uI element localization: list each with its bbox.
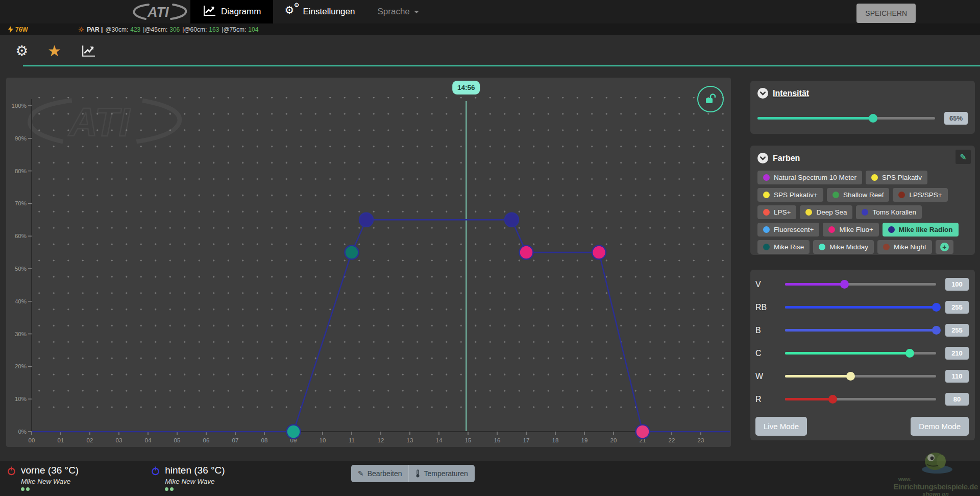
tab-diagramm[interactable]: Diagramm <box>190 0 273 23</box>
color-preset-button[interactable]: Natural Spectrum 10 Meter <box>757 171 862 184</box>
svg-text:60%: 60% <box>15 233 27 239</box>
lamp-program: Mike New Wave <box>21 478 79 485</box>
gears-icon: ⚙⚙ <box>285 6 298 18</box>
svg-text:20: 20 <box>610 437 617 443</box>
color-preset-button[interactable]: Shallow Reef <box>827 188 890 202</box>
preset-label: LPS/SPS+ <box>909 191 942 199</box>
status-dots <box>21 487 79 491</box>
lamp-status[interactable]: vorne (36 °C) Mike New Wave <box>7 465 79 491</box>
temperatures-button[interactable]: Temperaturen <box>408 465 474 482</box>
channel-value: 80 <box>945 393 969 406</box>
preset-label: Mike Night <box>894 243 926 251</box>
channel-slider-row: R 80 <box>750 388 975 411</box>
schedule-point[interactable] <box>636 425 650 439</box>
colors-title: Farben <box>773 154 800 163</box>
schedule-point[interactable] <box>592 246 606 259</box>
channel-slider-row: C 210 <box>750 342 975 365</box>
lamp-status[interactable]: hinten (36 °C) Mike New Wave <box>151 465 225 491</box>
color-preset-button[interactable]: LPS/SPS+ <box>893 188 947 202</box>
tab-label: Diagramm <box>221 7 261 17</box>
svg-text:17: 17 <box>523 437 530 443</box>
channel-slider-row: B 255 <box>750 319 975 342</box>
preset-label: SPS Plakativ+ <box>774 191 818 199</box>
lightning-icon <box>8 26 13 33</box>
star-icon[interactable]: ★ <box>47 42 61 60</box>
edit-button[interactable]: ✎ Bearbeiten <box>351 465 408 482</box>
status-bar: 76W ☼ PAR | @30cm:423 |@45cm:306 |@60cm:… <box>0 23 980 35</box>
color-preset-button[interactable]: Mike like Radion <box>883 223 959 237</box>
preset-label: Mike Fluo+ <box>839 226 873 233</box>
tab-einstellungen[interactable]: ⚙⚙ Einstellungen <box>273 0 367 23</box>
color-preset-button[interactable]: Mike Fluo+ <box>823 223 878 237</box>
diagram-chart[interactable]: ATI 0%10%20%30%40%50%60%70%80%90%100%000… <box>6 78 731 447</box>
schedule-point[interactable] <box>287 425 301 439</box>
gear-icon[interactable]: ⚙ <box>15 42 28 60</box>
chevron-down-icon[interactable] <box>757 153 768 163</box>
color-preset-button[interactable]: LPS+ <box>757 205 796 219</box>
svg-text:07: 07 <box>232 437 239 443</box>
svg-text:03: 03 <box>116 437 122 443</box>
schedule-point[interactable] <box>359 213 373 227</box>
svg-text:20%: 20% <box>15 363 27 369</box>
preset-color-dot <box>898 192 905 198</box>
tab-label: Einstellungen <box>303 7 355 17</box>
preset-color-dot <box>763 244 770 250</box>
channel-slider[interactable] <box>785 375 936 377</box>
channel-label: RB <box>755 303 785 312</box>
chevron-down-icon[interactable] <box>757 88 768 99</box>
thermometer-icon <box>415 469 420 478</box>
demo-mode-button[interactable]: Demo Mode <box>911 417 969 436</box>
preset-color-dot <box>763 226 770 233</box>
color-preset-button[interactable]: Mike Midday <box>813 240 874 254</box>
edit-colors-button[interactable]: ✎ <box>955 150 971 164</box>
ati-controller-app: ATI Diagramm ⚙⚙ Einstellungen Sprache SP… <box>0 0 980 496</box>
line-chart-icon[interactable] <box>81 44 96 64</box>
svg-text:70%: 70% <box>15 200 27 206</box>
color-preset-button[interactable]: Mike Night <box>877 240 932 254</box>
sun-icon: ☼ <box>78 26 85 33</box>
language-dropdown[interactable]: Sprache <box>367 0 429 23</box>
par-reading: |@45cm:306 <box>143 26 180 33</box>
line-chart-icon <box>203 5 216 19</box>
svg-text:01: 01 <box>58 437 64 443</box>
channel-label: R <box>755 395 785 404</box>
schedule-point[interactable] <box>520 246 533 259</box>
svg-text:10%: 10% <box>15 396 27 402</box>
par-reading: |@60cm:163 <box>182 26 219 33</box>
channel-slider[interactable] <box>785 329 936 332</box>
preset-color-dot <box>763 174 770 181</box>
status-dots <box>165 487 225 491</box>
add-preset-button[interactable]: + <box>936 240 953 254</box>
schedule-point[interactable] <box>505 213 519 227</box>
channel-slider[interactable] <box>785 283 936 286</box>
color-preset-button[interactable]: Fluorescent+ <box>757 223 819 237</box>
language-label: Sprache <box>377 7 409 17</box>
ati-logo: ATI <box>130 0 190 23</box>
svg-text:14: 14 <box>436 437 443 443</box>
intensity-slider[interactable] <box>757 117 935 120</box>
svg-text:18: 18 <box>552 437 559 443</box>
unlock-icon <box>704 92 717 106</box>
channel-value: 110 <box>945 370 969 383</box>
color-preset-button[interactable]: Deep Sea <box>800 205 852 219</box>
preset-label: LPS+ <box>774 208 791 216</box>
color-preset-button[interactable]: SPS Plakativ <box>866 171 927 184</box>
chevron-down-icon <box>414 11 419 13</box>
channel-slider[interactable] <box>785 306 936 309</box>
color-preset-button[interactable]: Toms Korallen <box>856 205 922 219</box>
preset-color-dot <box>871 174 878 181</box>
channel-slider[interactable] <box>785 398 936 400</box>
svg-text:100%: 100% <box>12 103 27 109</box>
color-preset-button[interactable]: Mike Rise <box>757 240 810 254</box>
save-button[interactable]: SPEICHERN <box>856 4 916 23</box>
channel-slider[interactable] <box>785 352 936 355</box>
schedule-point[interactable] <box>345 246 359 259</box>
svg-text:10: 10 <box>320 437 326 443</box>
live-mode-button[interactable]: Live Mode <box>755 417 807 436</box>
color-preset-button[interactable]: SPS Plakativ+ <box>757 188 823 202</box>
preset-color-dot <box>828 226 835 233</box>
preset-label: Deep Sea <box>816 208 847 216</box>
channel-slider-row: V 100 <box>750 273 975 296</box>
par-readout: ☼ PAR | @30cm:423 |@45cm:306 |@60cm:163 … <box>78 26 259 33</box>
lock-button[interactable] <box>697 86 724 112</box>
